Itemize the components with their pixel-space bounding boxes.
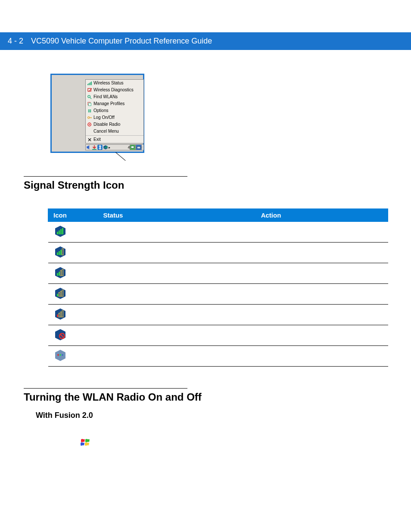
svg-rect-11: [90, 109, 91, 111]
cell-action: [154, 346, 388, 367]
svg-rect-3: [91, 81, 92, 85]
disable-icon: [87, 122, 92, 127]
svg-rect-13: [90, 111, 91, 112]
cell-action: [154, 325, 388, 346]
svg-rect-27: [106, 146, 107, 148]
menu-label: Wireless Status: [93, 80, 123, 86]
close-icon: [87, 137, 92, 142]
svg-rect-33: [59, 230, 60, 234]
signal-icon: [87, 81, 92, 85]
svg-rect-12: [88, 111, 89, 112]
menu-item-cancel[interactable]: Cancel Menu: [86, 128, 143, 135]
svg-point-62: [62, 354, 63, 356]
svg-rect-1: [88, 83, 89, 85]
svg-rect-32: [57, 232, 58, 234]
profiles-icon: [87, 102, 92, 106]
th-status: Status: [72, 209, 154, 222]
svg-point-14: [87, 117, 89, 118]
menu-separator: [86, 135, 143, 136]
th-icon: Icon: [48, 209, 72, 222]
menu-label: Find WLANs: [93, 94, 118, 100]
windows-start-icon: [80, 437, 387, 450]
svg-rect-9: [88, 103, 91, 106]
signal-fair-icon: [54, 287, 67, 299]
section-rule: [24, 388, 187, 389]
svg-rect-28: [131, 146, 134, 148]
menu-label: Cancel Menu: [93, 128, 119, 134]
menu-label: Log On/Off: [93, 115, 115, 121]
svg-rect-34: [60, 229, 62, 234]
menu-label: Manage Profiles: [93, 101, 125, 107]
menu-item-disable-radio[interactable]: Disable Radio: [86, 121, 143, 128]
device-screenshot: Wireless Status Wireless Diagnostics Fin…: [50, 74, 144, 153]
menu-label: Exit: [93, 137, 101, 143]
svg-rect-52: [57, 314, 58, 317]
svg-rect-29: [137, 146, 140, 149]
blank-icon: [87, 129, 92, 134]
menu-label: Wireless Diagnostics: [93, 87, 134, 93]
section-signal-strength: Signal Strength Icon: [24, 179, 387, 191]
tray-download-icon[interactable]: [92, 145, 97, 150]
cell-status: [72, 263, 154, 284]
svg-rect-10: [88, 109, 89, 111]
section-rule: [24, 176, 187, 177]
tray-speaker-icon[interactable]: [86, 145, 91, 150]
table-row: [48, 284, 388, 305]
svg-line-7: [90, 97, 91, 99]
table-row: [48, 305, 388, 325]
svg-point-6: [87, 95, 90, 98]
cell-action: [154, 222, 388, 243]
subsection-fusion: With Fusion 2.0: [36, 411, 387, 420]
svg-rect-2: [90, 82, 90, 85]
th-action: Action: [154, 209, 388, 222]
svg-marker-21: [87, 145, 89, 149]
signal-excellent-icon: [54, 225, 67, 237]
menu-item-find-wlans[interactable]: Find WLANs: [86, 93, 143, 100]
key-icon: [87, 115, 92, 120]
tray-bluetooth-icon[interactable]: [97, 145, 103, 150]
cell-action: [154, 284, 388, 305]
svg-rect-42: [57, 273, 58, 276]
menu-item-wireless-diag[interactable]: Wireless Diagnostics: [86, 87, 143, 93]
svg-rect-38: [59, 251, 60, 255]
section-turning-radio: Turning the WLAN Radio On and Off: [24, 391, 387, 403]
menu-item-options[interactable]: Options: [86, 107, 143, 114]
cell-status: [72, 222, 154, 243]
cell-action: [154, 243, 388, 263]
menu-item-manage-profiles[interactable]: Manage Profiles: [86, 100, 143, 107]
signal-strength-table: Icon Status Action: [48, 208, 388, 367]
cell-status: [72, 284, 154, 305]
menu-item-exit[interactable]: Exit: [86, 136, 143, 143]
tray-arrow-icon: ▸: [109, 146, 110, 149]
cell-status: [72, 305, 154, 325]
svg-rect-26: [106, 146, 106, 149]
svg-rect-37: [57, 252, 58, 255]
options-icon: [87, 109, 92, 113]
menu-item-wireless-status[interactable]: Wireless Status: [86, 80, 143, 87]
cell-status: [72, 346, 154, 367]
table-row: [48, 263, 388, 284]
svg-rect-0: [87, 84, 88, 85]
svg-rect-39: [60, 250, 62, 255]
menu-label: Options: [93, 108, 108, 114]
signal-out-of-range-icon: [54, 329, 67, 341]
doc-title: VC5090 Vehicle Computer Product Referenc…: [31, 37, 212, 46]
table-row: [48, 346, 388, 367]
keyboard-button[interactable]: [136, 144, 142, 150]
svg-rect-25: [105, 147, 105, 149]
svg-point-60: [57, 354, 59, 356]
svg-rect-43: [59, 272, 60, 276]
wireless-menu-panel: Wireless Status Wireless Diagnostics Fin…: [85, 79, 144, 143]
tray-signal-icon[interactable]: [103, 145, 108, 150]
menu-item-log-on-off[interactable]: Log On/Off: [86, 114, 143, 121]
cell-status: [72, 325, 154, 346]
page-number: 4 - 2: [8, 37, 23, 46]
cell-action: [154, 263, 388, 284]
menu-label: Disable Radio: [93, 121, 120, 128]
signal-poor-icon: [54, 308, 67, 320]
page-header: 4 - 2 VC5090 Vehicle Computer Product Re…: [0, 32, 411, 50]
table-row: [48, 222, 388, 243]
signal-very-good-icon: [54, 246, 67, 258]
page-content: Wireless Status Wireless Diagnostics Fin…: [0, 50, 411, 467]
table-row: [48, 325, 388, 346]
